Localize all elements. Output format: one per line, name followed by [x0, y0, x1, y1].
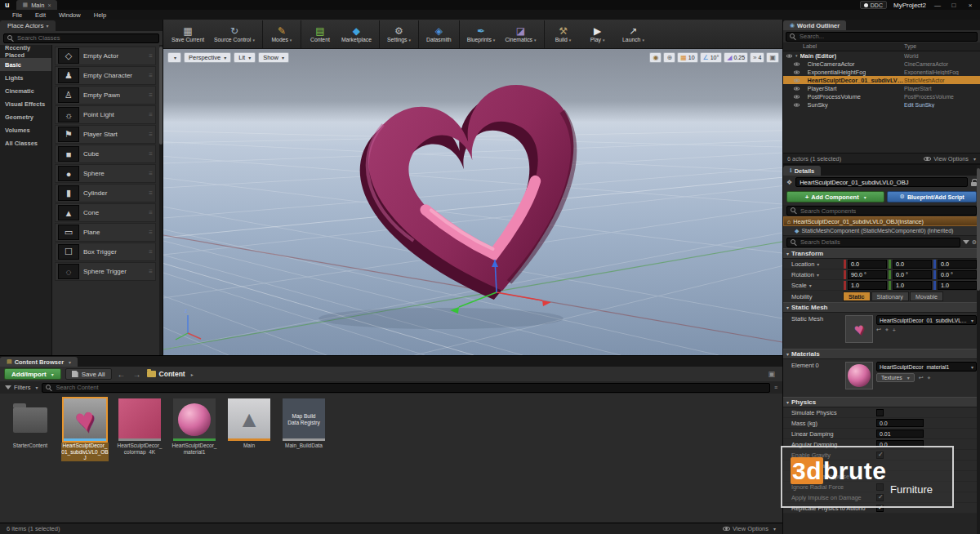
toolbar-button[interactable]: ↻ Source Control ▾: [209, 20, 260, 48]
value-input[interactable]: 0.0: [876, 419, 924, 427]
asset-tile[interactable]: ♥ ▲ HeartSculptDecor_01_subdivLVL0_OBJ: [61, 398, 109, 461]
outliner-row[interactable]: ▾ PostProcessVolume PostProcessVolume: [783, 92, 980, 100]
value-input[interactable]: 0.01: [876, 429, 924, 438]
visibility-eye-icon[interactable]: [794, 62, 800, 65]
outliner-row[interactable]: ▾ ExponentialHeightFog ExponentialHeight…: [783, 68, 980, 76]
viewport-snap-control[interactable]: ▣: [766, 52, 779, 63]
drag-grip-icon[interactable]: ≡: [149, 91, 153, 99]
actor-list-item[interactable]: ☼ Point Light ≡: [55, 105, 156, 124]
material-thumbnail[interactable]: [845, 362, 873, 389]
drag-grip-icon[interactable]: ≡: [149, 209, 153, 216]
toolbar-button[interactable]: ▦ Save Current ▾: [167, 20, 209, 48]
outliner-row[interactable]: ▾ HeartSculptDecor_01_subdivLVL0_OBJ Sta…: [783, 76, 980, 84]
level-tab[interactable]: ▦ Main ×: [16, 0, 58, 10]
actor-list-item[interactable]: ▭ Plane ≡: [55, 223, 156, 242]
actor-list-item[interactable]: ● Sphere ≡: [55, 164, 156, 183]
actor-list-item[interactable]: ♙ Empty Pawn ≡: [55, 86, 156, 105]
x-value-input[interactable]: 1.0: [848, 281, 887, 290]
drag-grip-icon[interactable]: ≡: [149, 248, 153, 256]
back-button[interactable]: ←: [116, 370, 127, 379]
close-button[interactable]: ×: [965, 2, 975, 9]
outliner-row[interactable]: ▾ Main (Editor) World: [783, 51, 980, 60]
column-label[interactable]: Label: [803, 43, 817, 49]
minimize-button[interactable]: —: [933, 2, 942, 9]
viewport-snap-control[interactable]: ◢ 0.25: [724, 52, 748, 63]
x-value-input[interactable]: 90.0 °: [848, 270, 887, 279]
search-details-input[interactable]: Search Details: [786, 238, 960, 247]
transform-label[interactable]: Scale: [791, 282, 807, 289]
filter-funnel-icon[interactable]: [963, 240, 969, 244]
add-component-button[interactable]: + Add Component ▾: [786, 191, 884, 202]
use-selected-icon[interactable]: ↩: [876, 327, 881, 333]
perspective-button[interactable]: Perspective ▾: [184, 52, 231, 63]
content-view-options[interactable]: View Options ▾: [723, 525, 776, 532]
toolbar-button[interactable]: ◈ Datasmith ▾: [418, 20, 457, 48]
drag-grip-icon[interactable]: ≡: [149, 111, 153, 118]
category-item[interactable]: Basic: [0, 58, 51, 71]
mobility-option[interactable]: Movable: [910, 291, 943, 301]
checkbox[interactable]: [876, 409, 884, 416]
transform-section-header[interactable]: ▾ Transform: [783, 248, 980, 259]
drag-grip-icon[interactable]: ≡: [149, 131, 153, 138]
outliner-row[interactable]: ▾ CineCameraActor CineCameraActor: [783, 60, 980, 68]
toolbar-button[interactable]: ▤ Content ▾: [301, 20, 336, 48]
asset-tile[interactable]: ♥ ▲ Main: [225, 398, 273, 449]
asset-tile[interactable]: ♥ ▲ Map Build Data Registry Main_BuildDa…: [280, 398, 327, 449]
category-item[interactable]: Recently Placed: [0, 45, 51, 58]
menu-item[interactable]: Edit: [29, 11, 51, 19]
toolbar-button[interactable]: ⚙ Settings ▾: [379, 20, 416, 48]
lock-icon[interactable]: [971, 182, 977, 186]
forward-button[interactable]: →: [131, 370, 143, 379]
material-dropdown[interactable]: HeartSculptDecor_material1 ▾: [876, 362, 977, 372]
asset-tile[interactable]: ♥ ▲ HeartSculptDecor_material1: [171, 398, 218, 455]
textures-dropdown-button[interactable]: Textures ▾: [876, 373, 915, 382]
toolbar-button[interactable]: ⚒ Build ▾: [544, 20, 580, 48]
drag-grip-icon[interactable]: ≡: [149, 72, 153, 79]
column-type[interactable]: Type: [904, 43, 916, 49]
actor-list-item[interactable]: ▲ Cone ≡: [55, 203, 156, 222]
category-item[interactable]: Cinematic: [0, 84, 51, 97]
y-value-input[interactable]: 0.0: [893, 260, 932, 269]
drag-grip-icon[interactable]: ≡: [149, 229, 153, 236]
viewport-snap-control[interactable]: ◉: [649, 52, 662, 63]
y-value-input[interactable]: 0.0 °: [893, 270, 932, 279]
tab-close-icon[interactable]: ×: [47, 2, 51, 8]
lit-button[interactable]: Lit ▾: [234, 52, 256, 63]
expander-icon[interactable]: ▾: [795, 53, 798, 58]
outliner-row[interactable]: ▾ SunSky Edit SunSky: [783, 100, 980, 109]
scrollbar[interactable]: [159, 45, 163, 355]
drag-grip-icon[interactable]: ≡: [149, 170, 153, 177]
browse-to-icon[interactable]: ⌖: [885, 327, 889, 333]
actor-list-item[interactable]: ■ Cube ≡: [55, 145, 156, 163]
search-components-input[interactable]: Search Components: [786, 206, 977, 216]
scrollbar[interactable]: [977, 165, 980, 534]
z-value-input[interactable]: 0.0 °: [938, 270, 977, 279]
add-icon[interactable]: +: [893, 327, 896, 333]
menu-item[interactable]: Window: [53, 11, 87, 19]
maximize-button[interactable]: □: [949, 2, 959, 9]
asset-tile[interactable]: ♥ ▲ HeartSculptDecor_colormap_4K: [116, 398, 163, 455]
use-selected-icon[interactable]: ↩: [919, 375, 924, 381]
visibility-eye-icon[interactable]: [794, 95, 800, 98]
actor-name-field[interactable]: HeartSculptDecor_01_subdivLVL0_OBJ: [795, 177, 968, 187]
toolbar-button[interactable]: ↗ Launch ▾: [616, 20, 652, 48]
category-item[interactable]: All Classes: [0, 136, 51, 149]
viewport-snap-control[interactable]: » 4: [750, 52, 764, 63]
toolbar-button[interactable]: ✒ Blueprints ▾: [459, 20, 501, 48]
actor-list-item[interactable]: ☐ Box Trigger ≡: [55, 243, 156, 261]
ddc-indicator[interactable]: DDC: [860, 1, 887, 9]
search-content-input[interactable]: Search Content: [42, 383, 769, 393]
drag-grip-icon[interactable]: ≡: [149, 189, 153, 197]
category-item[interactable]: Visual Effects: [0, 97, 51, 110]
z-value-input[interactable]: 1.0: [938, 281, 977, 290]
list-view-icon[interactable]: ≡: [774, 385, 777, 390]
visibility-eye-icon[interactable]: [794, 87, 800, 90]
world-outliner-tab[interactable]: ◉ World Outliner: [783, 20, 846, 30]
actor-list-item[interactable]: ♟ Empty Character ≡: [55, 66, 156, 85]
filters-button[interactable]: Filters ▾: [5, 384, 38, 391]
physics-section-header[interactable]: ▾ Physics: [783, 397, 980, 407]
visibility-eye-icon[interactable]: [794, 70, 800, 73]
mobility-option[interactable]: Stationary: [871, 291, 909, 301]
menu-item[interactable]: File: [7, 11, 28, 19]
blueprint-add-script-button[interactable]: ⚙ Blueprint/Add Script: [887, 191, 977, 202]
